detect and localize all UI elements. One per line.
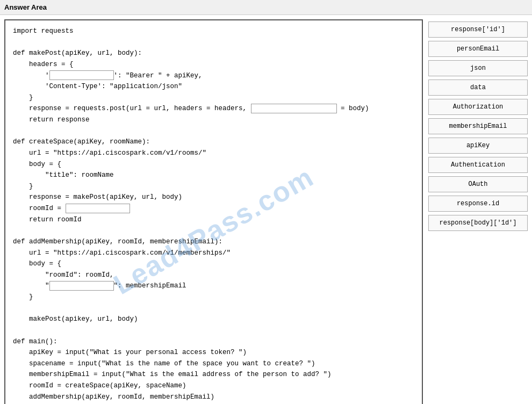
code-line: def createSpace(apiKey, roomName):	[13, 136, 414, 148]
code-line: response = makePost(apiKey, url, body)	[13, 192, 414, 203]
code-line: return response	[13, 114, 414, 126]
code-line: body = {	[13, 258, 414, 270]
code-line: headers = {	[13, 59, 414, 70]
code-line: def makePost(apiKey, url, body):	[13, 48, 414, 59]
answer-area-label: Answer Area	[0, 0, 532, 15]
code-line: }	[13, 292, 414, 303]
code-line: makePost(apikey, url, body)	[13, 314, 414, 325]
blank-authorization[interactable]	[49, 70, 114, 80]
code-line: '': "Bearer " + apiKey,	[13, 70, 414, 82]
sidebar-btn-personEmail[interactable]: personEmail	[428, 41, 528, 57]
code-line: roomId = createSpace(apiKey, spaceName)	[13, 380, 414, 392]
code-line: roomId =	[13, 203, 414, 214]
code-line	[13, 37, 414, 48]
code-line: }	[13, 92, 414, 104]
code-line: membershipEmail = input("What is the ema…	[13, 369, 414, 380]
blank-roomid[interactable]	[66, 204, 130, 213]
sidebar-btn-membershipEmail[interactable]: membershipEmail	[428, 118, 528, 134]
code-line: url = "https://api.ciscospark.com/v1/roo…	[13, 148, 414, 159]
code-line	[13, 126, 414, 137]
sidebar-btn-authorization[interactable]: Authorization	[428, 99, 528, 115]
sidebar-btn-response-dot-id[interactable]: response.id	[428, 196, 528, 212]
code-line: "": membershipEmail	[13, 280, 414, 292]
code-line: "roomId": roomId,	[13, 270, 414, 281]
blank-membershipemail[interactable]	[49, 281, 114, 291]
code-line: url = "https://api.ciscospark.com/v1/mem…	[13, 248, 414, 259]
sidebar-btn-response-id[interactable]: response['id']	[428, 21, 528, 38]
code-line	[13, 325, 414, 336]
sidebar-btn-data[interactable]: data	[428, 80, 528, 96]
sidebar-btn-json[interactable]: json	[428, 60, 528, 76]
code-line: }	[13, 181, 414, 192]
code-line: 'Content-Type': "application/json"	[13, 81, 414, 92]
code-line: import requests	[13, 26, 414, 37]
sidebar-btn-authentication[interactable]: Authentication	[428, 157, 528, 173]
code-line: def main():	[13, 336, 414, 348]
code-line: return roomId	[13, 214, 414, 226]
sidebar: response['id'] personEmail json data Aut…	[428, 19, 528, 404]
code-line	[13, 225, 414, 236]
code-line: addMembership(apiKey, roomId, membership…	[13, 392, 414, 403]
sidebar-btn-response-body-1d[interactable]: response[body]['1d']	[428, 215, 528, 231]
code-line: spacename = input("What is the name of t…	[13, 358, 414, 370]
main-container: Lead4Pass.com import requests def makePo…	[0, 15, 532, 404]
code-line: apiKey = input("What is your personal ac…	[13, 347, 414, 358]
code-line: "title": roomName	[13, 170, 414, 181]
code-line: body = {	[13, 159, 414, 170]
sidebar-btn-oauth[interactable]: OAuth	[428, 176, 528, 192]
sidebar-btn-apiKey[interactable]: apiKey	[428, 138, 528, 154]
code-panel: Lead4Pass.com import requests def makePo…	[4, 19, 423, 404]
blank-data[interactable]	[251, 104, 337, 113]
code-line: def addMembership(apiKey, roomId, member…	[13, 236, 414, 248]
code-line: response = requests.post(url = url, head…	[13, 103, 414, 114]
code-line	[13, 303, 414, 314]
